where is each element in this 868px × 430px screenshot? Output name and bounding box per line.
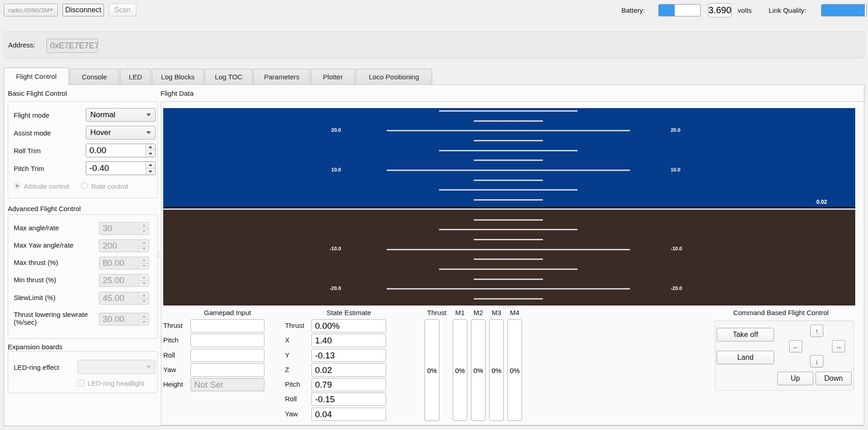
address-spinbox[interactable]: 0xE7E7E7E702: [46, 39, 98, 53]
arrow-down-icon: ↓: [815, 358, 818, 365]
thrust-lowering-slewrate-sec-spinbox[interactable]: 30.00: [99, 313, 149, 326]
state-estimate-pitch-label: Pitch: [285, 380, 300, 388]
m4-bar-label: M4: [496, 309, 533, 316]
roll-trim-spin-buttons[interactable]: [145, 144, 155, 157]
arrow-up-button[interactable]: ↑: [810, 325, 823, 337]
spin-up-icon: [142, 294, 146, 296]
pitch-ladder-line-15: [439, 150, 578, 151]
m4-bar: 0%: [507, 319, 522, 421]
tab-loco-positioning[interactable]: Loco Positioning: [356, 69, 432, 84]
basic-flight-control-title: Basic Flight Control: [8, 89, 67, 97]
pitch-ladder-line--5: [439, 229, 578, 230]
roll-trim-value: 0.00: [86, 144, 145, 157]
arrow-right-icon: →: [836, 343, 842, 350]
horizon-ground: [163, 210, 855, 306]
down-button[interactable]: Down: [816, 372, 852, 385]
max-yaw-angle-rate-spin-buttons[interactable]: [139, 240, 149, 252]
arrow-down-button[interactable]: ↓: [810, 355, 823, 368]
tab-log-blocks[interactable]: Log Blocks: [152, 69, 204, 84]
tab-console[interactable]: Console: [70, 69, 119, 84]
volts-label: volts: [738, 6, 752, 14]
state-estimate-yaw-value: 0.04: [311, 408, 386, 421]
link-quality-progress-fill: [822, 5, 865, 16]
take-off-button[interactable]: Take off: [717, 328, 774, 342]
tab-flight-control[interactable]: Flight Control: [4, 67, 69, 85]
pitch-ladder-label-left: 20.0: [314, 127, 341, 133]
max-thrust-spin-buttons[interactable]: [139, 257, 149, 269]
tab-led[interactable]: LED: [120, 69, 151, 84]
assist-mode-combobox[interactable]: Hover: [86, 126, 155, 140]
horizon-sky: [163, 108, 855, 207]
battery-progress-fill: [659, 5, 675, 16]
scan-button[interactable]: Scan: [108, 4, 136, 16]
land-button[interactable]: Land: [717, 351, 774, 364]
pitch-ladder-line--22.5: [474, 298, 543, 300]
min-thrust-spin-buttons[interactable]: [139, 275, 149, 286]
vertical-splitter-handle[interactable]: [158, 252, 159, 257]
spin-down-icon: [142, 321, 146, 323]
spin-up-icon: [142, 242, 146, 244]
gamepad-height-field[interactable]: Not Set: [191, 378, 264, 391]
horizontal-splitter-handle[interactable]: [503, 306, 515, 307]
tab-label: LED: [129, 73, 142, 81]
slewlimit-spin-buttons[interactable]: [139, 292, 149, 304]
pitch-ladder-label-left: 10.0: [314, 167, 341, 172]
led-ring-headlight-checkbox[interactable]: [78, 380, 84, 387]
flight-mode-combobox[interactable]: Normal: [86, 108, 155, 122]
m3-bar-value: 0%: [490, 366, 503, 374]
min-thrust-label: Min thrust (%): [14, 276, 98, 284]
spin-down-icon: [142, 282, 146, 285]
gamepad-roll-field[interactable]: [191, 349, 264, 362]
roll-trim-spinbox[interactable]: 0.00: [86, 144, 155, 157]
gamepad-input-header: Gamepad Input: [191, 309, 264, 316]
led-ring-effect-combobox[interactable]: [78, 360, 155, 374]
spin-up-icon: [142, 315, 146, 317]
attitude-indicator: 20.020.010.010.0-10.0-10.0-20.0-20.0 0.0…: [163, 108, 855, 306]
thrust-lowering-slewrate-sec-spin-buttons[interactable]: [139, 313, 149, 325]
max-thrust-spinbox[interactable]: 80.00: [99, 257, 149, 269]
tab-plotter[interactable]: Plotter: [311, 69, 355, 84]
arrow-right-button[interactable]: →: [832, 340, 845, 352]
min-thrust-spinbox[interactable]: 25.00: [99, 274, 149, 287]
slewlimit-value: 45.00: [99, 292, 139, 304]
state-estimate-y-value: -0.13: [311, 349, 386, 362]
m2-bar-value: 0%: [471, 366, 485, 374]
gamepad-pitch-field[interactable]: [191, 334, 264, 347]
link-quality-progressbar: [821, 4, 867, 16]
max-angle-rate-spinbox[interactable]: 30: [99, 222, 149, 235]
tab-parameters[interactable]: Parameters: [253, 69, 310, 84]
disconnect-button[interactable]: Disconnect: [62, 4, 104, 16]
pitch-ladder-label-right: 20.0: [671, 127, 698, 133]
pitch-ladder-line--17.5: [474, 279, 543, 280]
tab-label: Parameters: [264, 73, 300, 81]
connection-uri-combobox[interactable]: radio://0/80/2M/E: [4, 4, 58, 16]
pitch-trim-spinbox[interactable]: -0.40: [86, 161, 155, 175]
tab-log-toc[interactable]: Log TOC: [205, 69, 253, 84]
attitude-control-radio[interactable]: [14, 182, 21, 189]
battery-label: Battery:: [621, 6, 645, 14]
max-angle-rate-spin-buttons[interactable]: [139, 223, 149, 234]
arrow-left-button[interactable]: ←: [789, 340, 802, 352]
pitch-ladder-line--10: [387, 249, 630, 250]
spin-down-icon: [142, 265, 146, 267]
rate-control-radio[interactable]: [81, 182, 88, 189]
pitch-ladder-label-right: -10.0: [671, 246, 698, 251]
horizon-line-highlight: [163, 208, 855, 210]
battery-voltage-value: 3.690: [708, 5, 731, 16]
connection-uri-value: radio://0/80/2M/E: [4, 7, 49, 14]
m4-bar-value: 0%: [508, 366, 522, 374]
max-angle-rate-value: 30: [99, 223, 139, 234]
max-yaw-angle-rate-spinbox[interactable]: 200: [99, 239, 149, 252]
tab-label: Log Blocks: [161, 73, 194, 81]
thrust-bar-value: 0%: [425, 366, 439, 374]
state-estimate-z-value: 0.02: [311, 363, 386, 377]
gamepad-yaw-field[interactable]: [191, 363, 264, 377]
pitch-ladder-label-left: -20.0: [314, 285, 341, 291]
gamepad-thrust-field[interactable]: [191, 319, 264, 332]
slewlimit-spinbox[interactable]: 45.00: [99, 292, 149, 305]
gamepad-height-label: Height: [163, 380, 183, 388]
pitch-trim-spin-buttons[interactable]: [145, 162, 155, 175]
up-button[interactable]: Up: [777, 372, 813, 385]
address-panel: [4, 31, 864, 58]
m1-bar: 0%: [453, 319, 467, 421]
